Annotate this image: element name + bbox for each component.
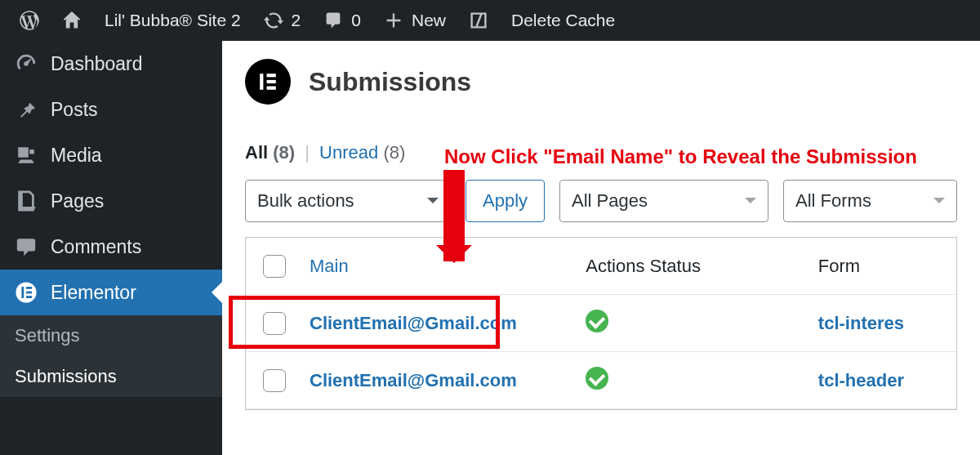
- table-row: ClientEmail@Gmail.com tcl-header: [246, 352, 956, 409]
- plus-icon: [384, 11, 403, 30]
- status-success-icon: [586, 367, 608, 390]
- sidebar-item-label: Elementor: [51, 282, 136, 304]
- home-icon: [62, 11, 82, 30]
- sidebar-item-label: Media: [51, 145, 102, 167]
- submenu-submissions[interactable]: Submissions: [0, 356, 222, 397]
- submission-link[interactable]: ClientEmail@Gmail.com: [310, 370, 517, 390]
- elementor-logo-icon: [245, 59, 291, 105]
- delete-cache-label: Delete Cache: [511, 11, 615, 30]
- form-link[interactable]: tcl-header: [818, 370, 904, 390]
- comment-icon: [15, 235, 38, 258]
- pages-icon: [15, 190, 38, 212]
- sidebar-item-label: Comments: [51, 236, 141, 258]
- refresh-icon: [264, 11, 283, 30]
- form-link[interactable]: tcl-interes: [818, 313, 904, 333]
- sidebar-item-elementor[interactable]: Elementor: [0, 270, 222, 315]
- pin-icon: [15, 98, 38, 121]
- filter-pages-select[interactable]: All Pages: [559, 180, 768, 222]
- sidebar-item-label: Dashboard: [51, 53, 143, 75]
- wordpress-icon: [20, 11, 39, 30]
- filter-forms-select[interactable]: All Forms: [783, 180, 957, 222]
- svg-rect-7: [267, 80, 276, 83]
- chevron-down-icon: [427, 198, 439, 209]
- column-status: Actions Status: [586, 256, 701, 276]
- chevron-down-icon: [745, 198, 756, 209]
- comments-link[interactable]: 0: [312, 0, 372, 41]
- content-area: Submissions All (8) | Unread (8) Bulk ac…: [222, 41, 980, 455]
- annotation-arrow-icon: [443, 170, 465, 261]
- column-main[interactable]: Main: [310, 256, 349, 276]
- svg-rect-1: [21, 287, 24, 298]
- chevron-down-icon: [933, 198, 945, 209]
- admin-bar: Lil' Bubba® Site 2 2 0 New Delete Cache: [0, 0, 980, 41]
- wp-logo[interactable]: [8, 0, 51, 41]
- svg-rect-8: [267, 87, 276, 90]
- svg-rect-4: [26, 296, 32, 298]
- updates-link[interactable]: 2: [252, 0, 313, 41]
- yoast-link[interactable]: [457, 0, 500, 41]
- svg-rect-3: [26, 292, 32, 294]
- svg-rect-5: [260, 74, 263, 90]
- submissions-table: Main Actions Status Form ClientEmail@Gma…: [245, 237, 957, 410]
- page-title-row: Submissions: [245, 59, 957, 105]
- sidebar-item-media[interactable]: Media: [0, 132, 222, 178]
- status-success-icon: [586, 310, 608, 332]
- updates-count: 2: [292, 11, 301, 30]
- table-row: ClientEmail@Gmail.com tcl-interes: [246, 295, 956, 352]
- sidebar-item-posts[interactable]: Posts: [0, 87, 222, 132]
- comments-count: 0: [351, 11, 361, 30]
- sidebar-item-label: Posts: [51, 99, 98, 121]
- sidebar-item-comments[interactable]: Comments: [0, 224, 222, 270]
- select-all-checkbox[interactable]: [263, 255, 286, 278]
- table-header-row: Main Actions Status Form: [246, 238, 956, 295]
- row-checkbox[interactable]: [263, 369, 286, 392]
- apply-button[interactable]: Apply: [466, 180, 545, 222]
- new-label: New: [412, 11, 446, 30]
- yoast-icon: [469, 11, 488, 30]
- column-form: Form: [818, 256, 860, 276]
- sidebar-item-label: Pages: [51, 190, 104, 212]
- actions-row: Bulk actions Apply All Pages All Forms: [245, 180, 957, 222]
- sidebar-item-pages[interactable]: Pages: [0, 178, 222, 224]
- submission-link[interactable]: ClientEmail@Gmail.com: [310, 313, 517, 333]
- annotation-text: Now Click "Email Name" to Reveal the Sub…: [444, 145, 917, 168]
- admin-sidebar: Dashboard Posts Media Pages Comments Ele…: [0, 41, 222, 455]
- new-content-link[interactable]: New: [372, 0, 457, 41]
- row-checkbox[interactable]: [263, 312, 286, 335]
- site-name-link[interactable]: Lil' Bubba® Site 2: [93, 0, 252, 41]
- delete-cache-link[interactable]: Delete Cache: [500, 0, 626, 41]
- media-icon: [15, 144, 38, 167]
- sidebar-item-dashboard[interactable]: Dashboard: [0, 41, 222, 87]
- site-name-text: Lil' Bubba® Site 2: [105, 11, 241, 30]
- bulk-actions-select[interactable]: Bulk actions: [245, 180, 451, 222]
- filter-unread[interactable]: Unread (8): [319, 142, 405, 163]
- submenu-settings[interactable]: Settings: [0, 315, 222, 356]
- sidebar-submenu: Settings Submissions: [0, 315, 222, 397]
- site-home[interactable]: [51, 0, 93, 41]
- page-title: Submissions: [309, 67, 471, 97]
- gauge-icon: [15, 52, 38, 75]
- comment-icon: [323, 11, 343, 30]
- filter-all[interactable]: All (8): [245, 142, 300, 163]
- elementor-icon: [15, 281, 38, 304]
- svg-rect-6: [267, 74, 276, 77]
- svg-rect-2: [26, 287, 32, 289]
